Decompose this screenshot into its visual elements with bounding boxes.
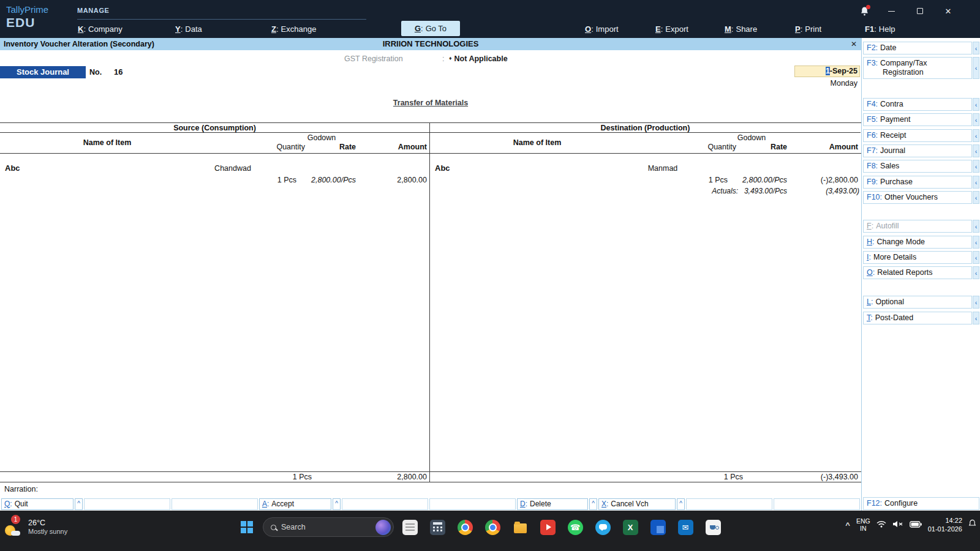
sidebar-item-receipt[interactable]: F6:Receipt‹ bbox=[863, 129, 979, 142]
source-godown[interactable]: Chandwad bbox=[184, 164, 282, 173]
language-indicator[interactable]: ENG IN bbox=[856, 517, 870, 532]
blue-app-icon[interactable] bbox=[646, 515, 669, 539]
collapse-arrow-icon[interactable]: ‹ bbox=[973, 176, 979, 189]
weather-temperature: 26°C bbox=[28, 518, 67, 528]
system-tray: ^ ENG IN 14:22 01-01-2026 bbox=[845, 516, 976, 533]
menu-item-help[interactable]: F1:Help bbox=[865, 24, 895, 34]
window-close-button[interactable]: ✕ bbox=[939, 4, 957, 18]
collapse-arrow-icon[interactable]: ‹ bbox=[973, 266, 979, 279]
collapse-arrow-icon[interactable]: ‹ bbox=[973, 98, 979, 111]
outlook-mail-icon[interactable] bbox=[674, 515, 697, 539]
collapse-arrow-icon[interactable]: ‹ bbox=[973, 113, 979, 126]
sidebar-item-other-vouchers[interactable]: F10:Other Vouchers‹ bbox=[863, 191, 979, 204]
menu-item-company[interactable]: K:Company bbox=[78, 24, 123, 34]
source-rate[interactable]: 2,800.00/Pcs bbox=[311, 176, 356, 184]
weather-widget[interactable]: 1 26°C Mostly sunny bbox=[4, 515, 67, 538]
close-icon[interactable]: ✕ bbox=[849, 38, 859, 50]
cancel-expand-caret[interactable]: ^ bbox=[677, 498, 685, 510]
volume-muted-icon[interactable] bbox=[892, 519, 903, 530]
chrome-icon-2[interactable] bbox=[481, 515, 504, 539]
collapse-arrow-icon[interactable]: ‹ bbox=[973, 160, 979, 173]
collapse-arrow-icon[interactable]: ‹ bbox=[973, 144, 979, 157]
notification-center-icon[interactable] bbox=[968, 519, 976, 530]
source-quantity[interactable]: 1 Pcs bbox=[277, 176, 296, 184]
source-amount[interactable]: 2,800.00 bbox=[397, 176, 427, 184]
delete-button[interactable]: D:Delete bbox=[517, 498, 588, 510]
accept-expand-caret[interactable]: ^ bbox=[333, 498, 341, 510]
sidebar-item-purchase[interactable]: F9:Purchase‹ bbox=[863, 176, 979, 189]
java-app-icon[interactable] bbox=[701, 515, 725, 539]
document-app-icon[interactable] bbox=[398, 515, 421, 539]
file-explorer-icon[interactable] bbox=[508, 515, 532, 539]
excel-icon[interactable] bbox=[619, 515, 642, 539]
menu-section-title: MANAGE bbox=[77, 7, 110, 14]
accept-button[interactable]: A:Accept bbox=[259, 498, 331, 510]
window-maximize-button[interactable] bbox=[911, 4, 929, 18]
cloud-icon bbox=[11, 531, 20, 536]
hidden-icons-chevron[interactable]: ^ bbox=[845, 520, 850, 530]
tallyprime-screen: TallyPrime EDU MANAGE K:Company Y:Data Z… bbox=[0, 0, 980, 551]
menu-item-exchange[interactable]: Z:Exchange bbox=[271, 24, 316, 34]
source-item-name[interactable]: Abc bbox=[5, 163, 20, 173]
collapse-arrow-icon[interactable]: ‹ bbox=[973, 42, 979, 54]
quit-button[interactable]: Q:Quit bbox=[1, 498, 74, 510]
destination-quantity[interactable]: 1 Pcs bbox=[709, 176, 728, 184]
menu-underline bbox=[77, 19, 366, 20]
voucher-type-button[interactable]: Stock Journal bbox=[0, 66, 86, 78]
quit-expand-caret[interactable]: ^ bbox=[75, 498, 83, 510]
wifi-icon[interactable] bbox=[876, 519, 886, 530]
start-button[interactable] bbox=[235, 515, 258, 539]
menu-item-print[interactable]: P:Print bbox=[795, 24, 821, 34]
menu-item-export[interactable]: E:Export bbox=[655, 24, 688, 34]
collapse-arrow-icon[interactable]: ‹ bbox=[973, 57, 979, 79]
notification-bell-icon[interactable] bbox=[855, 4, 873, 18]
clock-widget[interactable]: 14:22 01-01-2026 bbox=[928, 516, 962, 533]
whatsapp-icon[interactable]: ☎ bbox=[564, 515, 587, 539]
sidebar-item-more-details[interactable]: I:More Details‹ bbox=[863, 251, 979, 264]
weather-icon: 1 bbox=[4, 515, 24, 538]
right-button-panel: F2:Date‹ F3:Company/Tax Registration‹ F4… bbox=[861, 38, 980, 511]
sidebar-item-date[interactable]: F2:Date‹ bbox=[863, 42, 979, 54]
menu-item-go-to[interactable]: G:Go To bbox=[401, 21, 460, 36]
sidebar-item-post-dated[interactable]: T:Post-Dated‹ bbox=[863, 312, 979, 324]
sidebar-item-configure[interactable]: F12:Configure bbox=[863, 497, 979, 510]
menu-item-import[interactable]: O:Import bbox=[585, 24, 619, 34]
destination-godown[interactable]: Manmad bbox=[614, 164, 712, 173]
destination-item-name[interactable]: Abc bbox=[435, 163, 450, 173]
destination-rate[interactable]: 2,800.00/Pcs bbox=[742, 176, 787, 184]
company-name: IRRIION TECHNOLOGIES bbox=[0, 38, 861, 50]
voucher-no-value[interactable]: 16 bbox=[114, 67, 123, 77]
report-title-bar: Inventory Voucher Alteration (Secondary)… bbox=[0, 38, 861, 50]
sidebar-item-change-mode[interactable]: H:Change Mode‹ bbox=[863, 236, 979, 249]
gst-registration-value[interactable]: ♦Not Applicable bbox=[449, 54, 508, 63]
cancel-voucher-button[interactable]: X:Cancel Vch bbox=[598, 498, 676, 510]
sidebar-item-payment[interactable]: F5:Payment‹ bbox=[863, 113, 979, 126]
chrome-icon[interactable] bbox=[453, 515, 477, 539]
delete-expand-caret[interactable]: ^ bbox=[589, 498, 597, 510]
destination-amount[interactable]: (-)2,800.00 bbox=[821, 176, 858, 184]
menu-item-data[interactable]: Y:Data bbox=[175, 24, 202, 34]
sidebar-item-related-reports[interactable]: O:Related Reports‹ bbox=[863, 266, 979, 279]
taskbar-search[interactable]: Search bbox=[263, 517, 394, 537]
collapse-arrow-icon[interactable]: ‹ bbox=[973, 236, 979, 249]
collapse-arrow-icon[interactable]: ‹ bbox=[973, 251, 979, 264]
sidebar-item-company-tax[interactable]: F3:Company/Tax Registration‹ bbox=[863, 57, 979, 79]
window-minimize-button[interactable] bbox=[882, 4, 900, 18]
date-input[interactable]: 1-Sep-25 bbox=[794, 66, 860, 77]
weather-description: Mostly sunny bbox=[28, 528, 67, 535]
collapse-arrow-icon[interactable]: ‹ bbox=[973, 191, 979, 204]
red-media-app-icon[interactable] bbox=[536, 515, 559, 539]
sidebar-item-optional[interactable]: L:Optional‹ bbox=[863, 296, 979, 309]
sidebar-item-contra[interactable]: F4:Contra‹ bbox=[863, 98, 979, 111]
sidebar-item-journal[interactable]: F7:Journal‹ bbox=[863, 144, 979, 157]
battery-icon[interactable] bbox=[910, 519, 922, 530]
narration-label[interactable]: Narration: bbox=[4, 485, 38, 493]
menu-item-share[interactable]: M:Share bbox=[725, 24, 757, 34]
collapse-arrow-icon[interactable]: ‹ bbox=[973, 296, 979, 309]
calculator-icon[interactable] bbox=[426, 515, 449, 539]
collapse-arrow-icon[interactable]: ‹ bbox=[973, 312, 979, 324]
destination-rows: Abc Manmad 1 Pcs 2,800.00/Pcs (-)2,800.0… bbox=[430, 154, 861, 471]
collapse-arrow-icon[interactable]: ‹ bbox=[973, 129, 979, 142]
sidebar-item-sales[interactable]: F8:Sales‹ bbox=[863, 160, 979, 173]
chat-app-icon[interactable] bbox=[591, 515, 614, 539]
